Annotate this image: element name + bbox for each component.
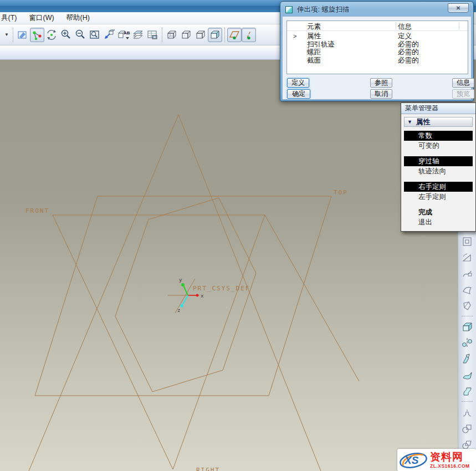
sketch-line [178, 115, 321, 471]
sweep-tool-button[interactable] [460, 352, 474, 366]
datum-axes-toggle[interactable] [242, 28, 256, 42]
shaded-cube-icon [209, 29, 221, 41]
sketch-line [29, 115, 178, 471]
revolve-tool-button[interactable] [460, 336, 474, 350]
chamfer-tool-button[interactable] [460, 421, 474, 435]
toolbar-separator [13, 28, 13, 42]
col-element: 元素 [307, 22, 321, 32]
menu-item-quit[interactable]: 退出 [404, 217, 473, 227]
axis-x-label: x [201, 293, 204, 299]
swept-blend-icon [461, 300, 473, 312]
menu-item-left-handed[interactable]: 左手定则 [404, 192, 473, 202]
toolbar-separator [462, 401, 473, 402]
info-button[interactable]: 信息 [452, 78, 474, 88]
view-manager-icon [146, 29, 158, 41]
element-row[interactable]: > 属性定义 [287, 32, 468, 40]
column-divider [396, 22, 396, 30]
element-row[interactable]: 螺距必需的 [287, 48, 468, 57]
svg-text:AB: AB [124, 30, 130, 35]
attributes-section-header[interactable]: ▼ 属性 [404, 117, 473, 127]
chevron-down-icon[interactable]: ▼ [4, 32, 9, 37]
top-plane-label: TOP [334, 189, 348, 196]
shaded-display-button[interactable] [208, 28, 222, 42]
col-info: 信息 [398, 22, 412, 32]
hidden-line-display-button[interactable] [179, 28, 193, 42]
wireframe-display-button[interactable] [165, 28, 179, 42]
watermark: XS 资料网 ZL.XS1616.COM [397, 449, 476, 471]
zoom-out-button[interactable] [73, 28, 88, 42]
orient-mode-button[interactable] [44, 28, 59, 42]
blend-button[interactable] [460, 283, 474, 296]
refit-button[interactable] [88, 28, 102, 42]
menu-separator [403, 202, 474, 207]
front-plane-label: FRONT [25, 207, 49, 214]
axis-y-label: y [179, 277, 182, 283]
no-hidden-cube-icon [195, 29, 207, 41]
menu-manager-titlebar[interactable]: 菜单管理器 [401, 103, 475, 114]
no-hidden-display-button[interactable] [193, 28, 208, 42]
reorient-view-icon [103, 29, 115, 41]
chamfer-icon [461, 422, 473, 434]
cancel-button[interactable]: 取消 [370, 89, 392, 99]
repaint-button[interactable] [16, 28, 30, 42]
datum-plane-icon [228, 29, 241, 41]
saved-views-button[interactable]: AB [116, 28, 131, 42]
wireframe-cube-icon [166, 29, 178, 41]
references-button[interactable]: 参照 [370, 78, 392, 88]
spin-center-icon [31, 29, 43, 41]
sweep-tool-icon [461, 353, 473, 365]
element-row[interactable]: 截面必需的 [287, 57, 468, 65]
sweep-button[interactable] [460, 267, 474, 280]
table-header: 元素 信息 [287, 21, 468, 31]
sweep-icon [461, 268, 473, 280]
menu-help[interactable]: 帮助(H) [60, 13, 96, 23]
style-tool-button[interactable] [460, 384, 474, 398]
spin-center-toggle[interactable] [30, 28, 44, 42]
layers-icon [132, 29, 144, 41]
datum-axis-icon [242, 29, 255, 41]
menu-item-variable[interactable]: 可变的 [404, 141, 473, 151]
element-table[interactable]: 元素 信息 > 属性定义 扫引轨迹必需的 螺距必需的 [286, 21, 468, 74]
menu-window[interactable]: 窗口(W) [23, 13, 60, 23]
round-icon [461, 406, 473, 418]
axis-z-label: z [177, 308, 180, 313]
swept-blend-button[interactable] [460, 299, 474, 313]
feature-toolbar [458, 232, 476, 471]
extrude-tool-button[interactable] [460, 320, 474, 334]
extrude-tool-icon [461, 321, 473, 333]
menu-tools[interactable]: 具(T) [0, 13, 23, 23]
round-tool-button[interactable] [460, 405, 474, 419]
blend-icon [461, 284, 473, 296]
extrude-button[interactable] [460, 234, 474, 248]
ok-button[interactable]: 确定 [287, 89, 310, 99]
revolve-button[interactable] [460, 250, 474, 264]
repaint-icon [17, 29, 29, 41]
proe-window: 具(T) 窗口(W) 帮助(H) ▼ [0, 0, 476, 471]
csys-label: PRT_CSYS_DEF [193, 285, 250, 292]
dialog-titlebar[interactable]: 伸出项: 螺旋扫描 [282, 3, 472, 16]
reorient-view-button[interactable] [102, 28, 116, 42]
svg-text:XS: XS [404, 454, 419, 466]
hidden-line-cube-icon [180, 29, 192, 41]
datum-planes-toggle[interactable] [227, 28, 242, 42]
menu-item-norm-to-traj[interactable]: 轨迹法向 [404, 166, 473, 176]
zoom-out-icon [74, 29, 86, 41]
dialog-close-button[interactable]: ✕ [448, 3, 469, 13]
menu-item-right-handed[interactable]: 右手定则 [404, 182, 473, 192]
triangle-down-icon: ▼ [407, 119, 412, 125]
menu-item-thru-axis[interactable]: 穿过轴 [404, 156, 473, 166]
helical-sweep-dialog: 伸出项: 螺旋扫描 ✕ 元素 信息 > 属性定义 扫引轨迹必需的 [280, 1, 474, 101]
boundary-blend-button[interactable] [460, 368, 474, 382]
define-button[interactable]: 定义 [287, 78, 309, 88]
element-row[interactable]: 扫引轨迹必需的 [287, 40, 468, 49]
boundary-blend-icon [461, 369, 473, 381]
front-plane-outline [53, 215, 265, 469]
revolve-tool-icon [461, 337, 473, 349]
view-manager-button[interactable] [145, 28, 160, 42]
layers-button[interactable] [131, 28, 145, 42]
dialog-body: 元素 信息 > 属性定义 扫引轨迹必需的 螺距必需的 [282, 16, 472, 100]
menu-item-constant[interactable]: 常数 [404, 131, 473, 141]
zoom-in-icon [60, 29, 72, 41]
zoom-in-button[interactable] [59, 28, 73, 42]
menu-item-done[interactable]: 完成 [404, 207, 473, 217]
